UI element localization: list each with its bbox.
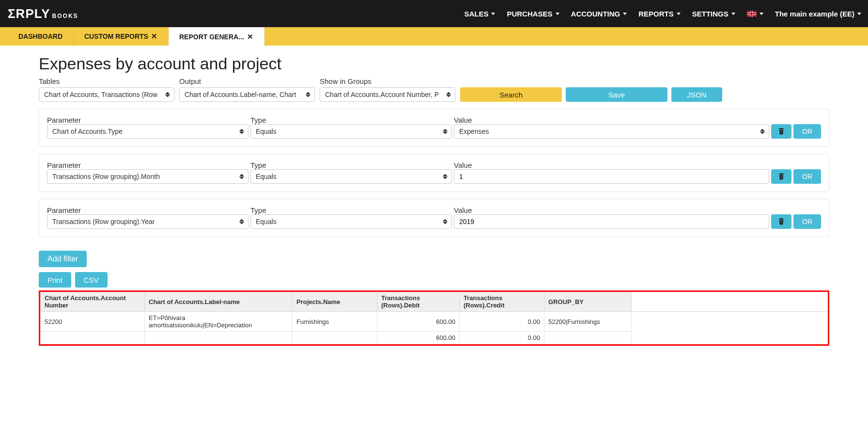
- tables-field: Tables Chart of Accounts, Transactions (…: [39, 77, 174, 102]
- table-row[interactable]: 52200 ET=Põhivara amortisatsioonikulu|EN…: [41, 312, 828, 332]
- param-label: Parameter: [47, 116, 250, 124]
- json-button[interactable]: JSON: [671, 87, 722, 102]
- sort-icon: [760, 129, 765, 134]
- type-label: Type: [250, 116, 454, 124]
- brand-logo[interactable]: ΣRPLY BOOKS: [8, 6, 78, 21]
- cell-credit: 0.00: [460, 312, 544, 332]
- type-label: Type: [250, 206, 454, 214]
- primary-actions: Search Save JSON: [460, 87, 829, 102]
- filter-type-select[interactable]: Equals: [250, 124, 452, 139]
- chevron-down-icon: [760, 13, 763, 15]
- sort-icon: [443, 174, 448, 179]
- sort-icon: [306, 92, 310, 97]
- cell-group-by: 52200|Furnishings: [544, 312, 632, 332]
- value-label: Value: [454, 116, 821, 124]
- sort-icon: [239, 219, 244, 225]
- tab-bar: DASHBOARD CUSTOM REPORTS ✕ REPORT GENERA…: [0, 27, 868, 46]
- close-icon[interactable]: ✕: [151, 32, 157, 41]
- delete-filter-button[interactable]: [771, 214, 791, 229]
- filter-card: Parameter Type Value Transactions (Row g…: [39, 154, 829, 192]
- col-account-number[interactable]: Chart of Accounts.Account Number: [41, 292, 145, 312]
- groups-field: Show in Groups Chart of Accounts.Account…: [320, 77, 455, 102]
- uk-flag-icon: [747, 11, 757, 17]
- groups-label: Show in Groups: [320, 77, 455, 85]
- tab-label: REPORT GENERA...: [179, 33, 244, 41]
- output-select[interactable]: Chart of Accounts.Label-name, Chart: [179, 87, 315, 102]
- sort-icon: [165, 92, 170, 97]
- filter-card: Parameter Type Value Transactions (Row g…: [39, 199, 829, 237]
- or-button[interactable]: OR: [793, 214, 821, 229]
- top-nav: SALES PURCHASES ACCOUNTING REPORTS SETTI…: [464, 10, 861, 18]
- brand-sub: BOOKS: [52, 13, 78, 19]
- filter-type-select[interactable]: Equals: [250, 169, 452, 184]
- col-debit[interactable]: Transactions (Rows).Debit: [377, 292, 460, 312]
- table-totals-row: 600.00 0.00: [41, 332, 828, 344]
- delete-filter-button[interactable]: [771, 169, 791, 184]
- sort-icon: [239, 129, 244, 134]
- filter-value-input[interactable]: [454, 214, 769, 229]
- nav-reports[interactable]: REPORTS: [638, 10, 681, 18]
- brand-main: ΣRPLY: [8, 6, 50, 21]
- page-title: Expenses by account and project: [39, 54, 829, 73]
- cell-label-name: ET=Põhivara amortisatsioonikulu|EN=Depre…: [145, 312, 293, 332]
- chevron-down-icon: [556, 13, 559, 15]
- nav-language[interactable]: [747, 11, 763, 17]
- col-project-name[interactable]: Projects.Name: [293, 292, 377, 312]
- delete-filter-button[interactable]: [771, 124, 791, 139]
- sort-icon: [446, 92, 451, 97]
- chevron-down-icon: [731, 13, 735, 15]
- tab-label: CUSTOM REPORTS: [84, 32, 148, 40]
- print-button[interactable]: Print: [39, 272, 71, 288]
- nav-settings[interactable]: SETTINGS: [692, 10, 735, 18]
- trash-icon: [777, 172, 785, 181]
- search-button[interactable]: Search: [460, 87, 562, 102]
- cell-debit: 600.00: [377, 312, 460, 332]
- col-label-name[interactable]: Chart of Accounts.Label-name: [145, 292, 293, 312]
- or-button[interactable]: OR: [793, 124, 821, 139]
- tab-report-generator[interactable]: REPORT GENERA... ✕: [169, 27, 264, 46]
- filter-parameter-select[interactable]: Transactions (Row grouping).Month: [47, 169, 248, 184]
- filter-card: Parameter Type Value Chart of Accounts.T…: [39, 109, 829, 147]
- add-filter-button[interactable]: Add filter: [39, 251, 87, 267]
- table-header-row: Chart of Accounts.Account Number Chart o…: [41, 292, 828, 312]
- output-label: Output: [179, 77, 315, 85]
- topbar: ΣRPLY BOOKS SALES PURCHASES ACCOUNTING R…: [0, 0, 868, 27]
- cell-account-number: 52200: [41, 312, 145, 332]
- trash-icon: [777, 217, 785, 226]
- total-debit: 600.00: [377, 332, 460, 344]
- export-actions: Print CSV: [39, 272, 829, 288]
- tables-select[interactable]: Chart of Accounts, Transactions (Row: [39, 87, 174, 102]
- value-label: Value: [454, 161, 821, 169]
- tab-dashboard[interactable]: DASHBOARD: [8, 27, 74, 46]
- sort-icon: [443, 129, 448, 134]
- nav-accounting[interactable]: ACCOUNTING: [571, 10, 627, 18]
- filter-type-select[interactable]: Equals: [250, 214, 452, 229]
- chevron-down-icon: [623, 13, 627, 15]
- param-label: Parameter: [47, 161, 250, 169]
- sort-icon: [443, 219, 448, 225]
- trash-icon: [777, 127, 785, 136]
- nav-purchases[interactable]: PURCHASES: [507, 10, 559, 18]
- csv-button[interactable]: CSV: [75, 272, 108, 288]
- chevron-down-icon: [677, 13, 681, 15]
- output-field: Output Chart of Accounts.Label-name, Cha…: [179, 77, 315, 102]
- nav-company[interactable]: The main example (EE): [775, 10, 861, 18]
- col-filler: [632, 292, 828, 312]
- close-icon[interactable]: ✕: [247, 32, 253, 41]
- filter-parameter-select[interactable]: Transactions (Row grouping).Year: [47, 214, 248, 229]
- save-button[interactable]: Save: [566, 87, 667, 102]
- groups-select[interactable]: Chart of Accounts.Account Number, P: [320, 87, 455, 102]
- builder-row: Tables Chart of Accounts, Transactions (…: [39, 77, 829, 102]
- tab-custom-reports[interactable]: CUSTOM REPORTS ✕: [74, 27, 169, 46]
- filter-parameter-select[interactable]: Chart of Accounts.Type: [47, 124, 248, 139]
- param-label: Parameter: [47, 206, 250, 214]
- type-label: Type: [250, 161, 454, 169]
- col-group-by[interactable]: GROUP_BY: [544, 292, 632, 312]
- tab-label: DASHBOARD: [18, 32, 62, 40]
- nav-sales[interactable]: SALES: [464, 10, 495, 18]
- or-button[interactable]: OR: [793, 169, 821, 184]
- chevron-down-icon: [857, 13, 861, 15]
- col-credit[interactable]: Transactions (Rows).Credit: [460, 292, 544, 312]
- filter-value-select[interactable]: Expenses: [454, 124, 769, 139]
- filter-value-input[interactable]: [454, 169, 769, 184]
